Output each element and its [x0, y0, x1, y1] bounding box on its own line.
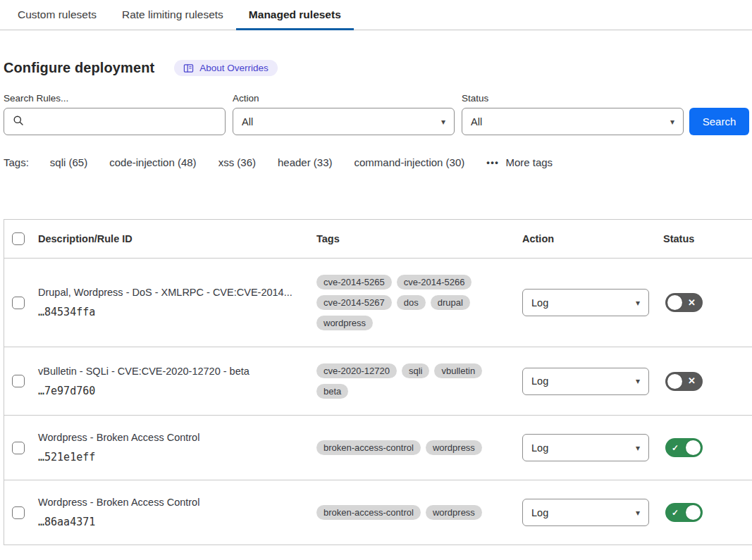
- check-icon: ✓: [672, 443, 679, 452]
- column-header-action: Action: [522, 233, 663, 244]
- ellipsis-icon: •••: [486, 157, 499, 168]
- table-row: Wordpress - Broken Access Control …86aa4…: [4, 480, 752, 545]
- tag-pill: drupal: [431, 295, 470, 310]
- rule-id: …84534ffa: [38, 306, 302, 318]
- tag-pill: cve-2014-5267: [316, 295, 392, 310]
- about-overrides-label: About Overrides: [199, 63, 269, 73]
- tag-pill: cve-2020-12720: [316, 363, 397, 378]
- tag-link[interactable]: command-injection (30): [355, 156, 465, 168]
- x-icon: ✕: [688, 376, 696, 385]
- rule-tag-pills: cve-2014-5265cve-2014-5266cve-2014-5267d…: [316, 275, 505, 330]
- row-checkbox[interactable]: [12, 442, 25, 454]
- row-action-value: Log: [531, 375, 548, 387]
- tag-link[interactable]: code-injection (48): [109, 156, 196, 168]
- rule-id: …521e1eff: [38, 451, 302, 463]
- table-row: Drupal, Wordpress - DoS - XMLRPC - CVE:C…: [4, 259, 752, 347]
- tab-rate-limiting-rulesets[interactable]: Rate limiting rulesets: [109, 1, 236, 30]
- tag-link[interactable]: header (33): [278, 156, 333, 168]
- search-icon: [13, 115, 24, 128]
- x-icon: ✕: [688, 298, 696, 307]
- rule-description: Wordpress - Broken Access Control: [38, 432, 302, 443]
- row-checkbox[interactable]: [12, 297, 25, 309]
- toggle-knob: [686, 440, 701, 455]
- tag-pill: wordpress: [426, 440, 482, 455]
- more-tags-label: More tags: [505, 156, 553, 168]
- tag-pill: sqli: [402, 363, 430, 378]
- filter-bar: Search Rules... Action All ▾ Status: [4, 93, 752, 135]
- tag-pill: wordpress: [426, 505, 482, 520]
- row-action-select[interactable]: Log ▾: [522, 499, 649, 526]
- tab-bar: Custom rulesetsRate limiting rulesetsMan…: [0, 0, 752, 30]
- tag-pill: cve-2014-5266: [397, 275, 472, 290]
- column-header-status: Status: [663, 233, 752, 244]
- search-input[interactable]: [30, 116, 216, 127]
- tag-pill: wordpress: [316, 316, 373, 330]
- action-filter-label: Action: [233, 93, 455, 104]
- main-content: Configure deployment About Overrides Sea…: [0, 60, 752, 545]
- toggle-knob: [686, 505, 701, 520]
- row-checkbox[interactable]: [12, 375, 25, 387]
- toggle-knob: [667, 295, 682, 310]
- rule-id: …86aa4371: [38, 516, 302, 528]
- column-header-tags: Tags: [316, 233, 522, 244]
- action-filter-value: All: [242, 116, 253, 127]
- search-field: [4, 108, 226, 135]
- toggle-knob: [667, 374, 682, 389]
- rule-description: Drupal, Wordpress - DoS - XMLRPC - CVE:C…: [38, 287, 302, 298]
- row-action-select[interactable]: Log ▾: [522, 434, 649, 461]
- tag-pill: broken-access-control: [316, 505, 421, 520]
- tag-pill: broken-access-control: [316, 440, 421, 455]
- tag-links: sqli (65)code-injection (48)xss (36)head…: [50, 156, 486, 168]
- table-body: Drupal, Wordpress - DoS - XMLRPC - CVE:C…: [4, 259, 752, 545]
- search-button[interactable]: Search: [689, 108, 749, 135]
- chevron-down-icon: ▾: [441, 118, 445, 126]
- row-action-value: Log: [531, 297, 548, 309]
- row-action-value: Log: [531, 507, 548, 518]
- action-filter-select[interactable]: All ▾: [233, 108, 455, 135]
- rules-table: Description/Rule ID Tags Action Status D…: [4, 219, 752, 545]
- row-action-select[interactable]: Log ▾: [522, 289, 649, 316]
- more-tags-button[interactable]: ••• More tags: [486, 156, 553, 168]
- select-all-checkbox[interactable]: [12, 232, 25, 245]
- tag-pill: cve-2014-5265: [316, 275, 392, 290]
- tag-link[interactable]: xss (36): [218, 156, 256, 168]
- status-toggle[interactable]: ✓ ✕: [665, 372, 703, 391]
- table-row: Wordpress - Broken Access Control …521e1…: [4, 416, 752, 480]
- rule-description: Wordpress - Broken Access Control: [38, 497, 302, 508]
- row-checkbox[interactable]: [12, 506, 25, 519]
- column-header-description: Description/Rule ID: [38, 233, 316, 244]
- table-row: vBulletin - SQLi - CVE:CVE-2020-12720 - …: [4, 347, 752, 416]
- tab-custom-rulesets[interactable]: Custom rulesets: [5, 1, 109, 30]
- status-filter-select[interactable]: All ▾: [462, 108, 684, 135]
- status-toggle[interactable]: ✓ ✕: [665, 438, 703, 457]
- table-header-row: Description/Rule ID Tags Action Status: [4, 220, 752, 259]
- search-rules-label: Search Rules...: [4, 93, 226, 104]
- chevron-down-icon: ▾: [636, 444, 640, 452]
- chevron-down-icon: ▾: [636, 377, 640, 385]
- row-action-select[interactable]: Log ▾: [522, 368, 649, 395]
- tag-pill: dos: [397, 295, 426, 310]
- chevron-down-icon: ▾: [670, 118, 674, 126]
- rule-id: …7e97d760: [38, 385, 302, 397]
- status-toggle[interactable]: ✓ ✕: [665, 293, 703, 312]
- tags-bar: Tags: sqli (65)code-injection (48)xss (3…: [4, 156, 752, 168]
- rule-description: vBulletin - SQLi - CVE:CVE-2020-12720 - …: [38, 366, 302, 377]
- row-action-value: Log: [531, 442, 548, 454]
- page-title: Configure deployment: [4, 60, 154, 76]
- tab-managed-rulesets[interactable]: Managed rulesets: [236, 1, 354, 30]
- rule-tag-pills: broken-access-controlwordpress: [316, 505, 505, 520]
- heading-row: Configure deployment About Overrides: [4, 60, 752, 76]
- chevron-down-icon: ▾: [636, 299, 640, 307]
- rule-tag-pills: broken-access-controlwordpress: [316, 440, 505, 455]
- about-overrides-badge[interactable]: About Overrides: [174, 60, 278, 76]
- tags-label: Tags:: [4, 156, 29, 168]
- status-filter-label: Status: [462, 93, 684, 104]
- chevron-down-icon: ▾: [636, 509, 640, 517]
- status-toggle[interactable]: ✓ ✕: [665, 503, 703, 522]
- status-filter-value: All: [471, 116, 482, 127]
- check-icon: ✓: [672, 508, 679, 516]
- tag-pill: beta: [316, 384, 348, 399]
- tag-link[interactable]: sqli (65): [50, 156, 87, 168]
- tag-pill: vbulletin: [434, 363, 482, 378]
- book-icon: [183, 63, 194, 73]
